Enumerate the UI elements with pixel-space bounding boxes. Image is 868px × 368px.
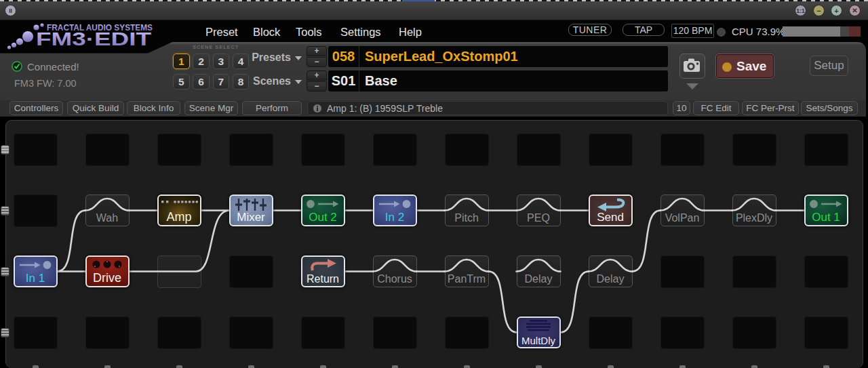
- svg-text:FM3·EDIT: FM3·EDIT: [36, 29, 152, 49]
